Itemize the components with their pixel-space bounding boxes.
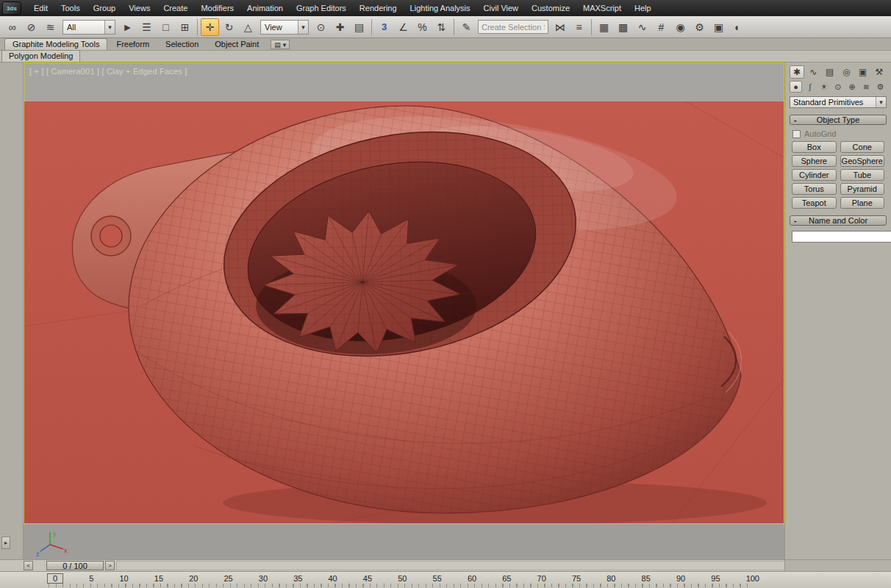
snaps-toggle-icon[interactable]: 3: [375, 18, 393, 36]
menu-item[interactable]: Lighting Analysis: [404, 0, 477, 16]
frame-tick-label[interactable]: 90: [676, 574, 685, 584]
frame-tick-label[interactable]: 25: [223, 574, 232, 584]
edit-named-selection-sets-icon[interactable]: ✎: [457, 18, 476, 36]
menu-item[interactable]: Customize: [525, 0, 576, 16]
next-frame-button[interactable]: >: [105, 561, 115, 570]
frame-tick-label[interactable]: 60: [468, 574, 476, 584]
previous-frame-button[interactable]: <: [24, 561, 33, 570]
select-and-rotate-icon[interactable]: ↻: [220, 18, 238, 36]
object-name-input[interactable]: [792, 231, 891, 243]
frame-tick-label[interactable]: 65: [502, 574, 511, 584]
render-icon[interactable]: ◐: [729, 18, 747, 36]
object-type-button[interactable]: Box: [792, 141, 837, 153]
viewport-label[interactable]: [ + ] [ Camera001 ] [ Clay + Edged Faces…: [29, 67, 187, 76]
object-type-button[interactable]: Sphere: [792, 155, 837, 167]
frame-tick-label[interactable]: 75: [572, 574, 581, 584]
geometry-category[interactable]: ●: [790, 81, 802, 93]
ribbon-display-dropdown[interactable]: ▤ ▾: [271, 40, 290, 49]
frame-tick-label[interactable]: 70: [537, 574, 546, 584]
select-by-name-icon[interactable]: ☰: [137, 18, 156, 36]
menu-item[interactable]: Group: [87, 0, 123, 16]
frame-tick-label[interactable]: 85: [642, 574, 651, 584]
select-and-move-icon[interactable]: ✛: [201, 18, 219, 36]
tab-polygon-modeling[interactable]: Polygon Modeling: [1, 50, 80, 62]
selection-filter-dropdown[interactable]: All ▾: [62, 20, 115, 35]
menu-item[interactable]: Edit: [27, 0, 54, 16]
select-and-scale-icon[interactable]: △: [239, 18, 257, 36]
percent-snap-icon[interactable]: %: [413, 18, 432, 36]
helpers-category[interactable]: ⊕: [846, 81, 859, 93]
object-type-button[interactable]: Pyramid: [840, 183, 885, 195]
time-slider-thumb[interactable]: 0 / 100: [46, 561, 104, 570]
frame-tick-label[interactable]: 80: [606, 574, 615, 584]
frame-tick-label[interactable]: 100: [746, 574, 759, 584]
frame-tick-label[interactable]: 40: [329, 574, 337, 584]
object-type-button[interactable]: Plane: [840, 197, 885, 209]
hierarchy-tab[interactable]: ▤: [823, 65, 837, 79]
curve-editor-icon[interactable]: ∿: [633, 18, 651, 36]
select-and-link-icon[interactable]: ∞: [3, 18, 21, 36]
menu-item[interactable]: Tools: [54, 0, 87, 16]
angle-snap-icon[interactable]: ∠: [394, 18, 412, 36]
expand-panel-button[interactable]: ▸: [1, 537, 10, 549]
shapes-category[interactable]: ∫: [804, 81, 816, 93]
menu-item[interactable]: Views: [122, 0, 157, 16]
object-type-button[interactable]: Cone: [840, 141, 885, 153]
frame-tick-label[interactable]: 0: [47, 573, 63, 584]
object-type-button[interactable]: Teapot: [792, 197, 837, 209]
cameras-category[interactable]: ⊙: [831, 81, 844, 93]
object-type-rollout-header[interactable]: - Object Type: [790, 115, 887, 125]
create-tab[interactable]: ✱: [790, 65, 804, 79]
viewport-render[interactable]: [24, 63, 784, 523]
select-object-icon[interactable]: ►: [118, 18, 137, 36]
menu-item[interactable]: Rendering: [353, 0, 404, 16]
lights-category[interactable]: ☀: [817, 81, 830, 93]
track-bar[interactable]: 0510152025303540455055606570758085909510…: [0, 571, 891, 588]
utilities-tab[interactable]: ⚒: [872, 65, 887, 79]
material-editor-icon[interactable]: ◉: [671, 18, 690, 36]
spinner-snap-icon[interactable]: ⇅: [432, 18, 451, 36]
ribbon-tab[interactable]: Freeform: [109, 39, 157, 50]
frame-tick-label[interactable]: 20: [189, 574, 198, 584]
named-selection-input[interactable]: [478, 20, 548, 34]
object-type-button[interactable]: GeoSphere: [840, 155, 885, 167]
geometry-class-dropdown[interactable]: Standard Primitives ▾: [790, 96, 887, 108]
layer-manager-icon[interactable]: ▦: [595, 18, 613, 36]
frame-tick-label[interactable]: 45: [363, 574, 372, 584]
app-logo-icon[interactable]: 3ds: [2, 1, 21, 15]
frame-tick-label[interactable]: 50: [398, 574, 407, 584]
space-warps-category[interactable]: ≋: [860, 81, 873, 93]
object-type-button[interactable]: Tube: [840, 169, 885, 181]
name-color-rollout-header[interactable]: - Name and Color: [790, 215, 887, 226]
modify-tab[interactable]: ∿: [806, 65, 820, 79]
camera-viewport[interactable]: [ + ] [ Camera001 ] [ Clay + Edged Faces…: [24, 62, 784, 524]
ribbon-tab[interactable]: Selection: [158, 39, 206, 50]
frame-tick-label[interactable]: 15: [154, 574, 163, 584]
selection-region-icon[interactable]: □: [157, 18, 175, 36]
mirror-icon[interactable]: ⋈: [551, 18, 569, 36]
display-tab[interactable]: ▣: [856, 65, 870, 79]
render-setup-icon[interactable]: ⚙: [690, 18, 709, 36]
schematic-view-icon[interactable]: #: [652, 18, 670, 36]
reference-coordsys-dropdown[interactable]: View ▾: [260, 20, 309, 35]
window-crossing-icon[interactable]: ⊞: [176, 18, 194, 36]
graphite-ribbon-toggle-icon[interactable]: ▩: [614, 18, 632, 36]
align-icon[interactable]: ≡: [570, 18, 588, 36]
menu-item[interactable]: Graph Editors: [290, 0, 353, 16]
menu-item[interactable]: Modifiers: [194, 0, 240, 16]
use-pivot-center-icon[interactable]: ⊙: [312, 18, 330, 36]
frame-tick-label[interactable]: 30: [259, 574, 268, 584]
menu-item[interactable]: Create: [157, 0, 194, 16]
keyboard-override-icon[interactable]: ▤: [350, 18, 368, 36]
object-type-button[interactable]: Torus: [792, 183, 837, 195]
frame-tick-label[interactable]: 95: [711, 574, 720, 584]
menu-item[interactable]: Civil View: [477, 0, 525, 16]
menu-item[interactable]: MAXScript: [576, 0, 628, 16]
systems-category[interactable]: ⚙: [874, 81, 887, 93]
ribbon-tab[interactable]: Object Paint: [207, 39, 266, 50]
motion-tab[interactable]: ◎: [839, 65, 854, 79]
select-and-manipulate-icon[interactable]: ✚: [331, 18, 349, 36]
time-slider-track[interactable]: [116, 561, 784, 570]
frame-tick-label[interactable]: 5: [89, 574, 93, 584]
frame-tick-label[interactable]: 55: [433, 574, 442, 584]
